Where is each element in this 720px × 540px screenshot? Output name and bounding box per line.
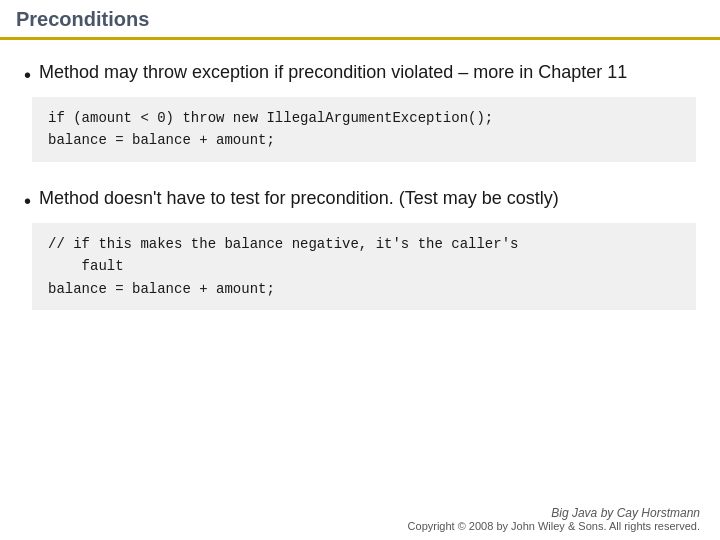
bullet-dot-2: • [24,187,31,215]
footer-line2: Copyright © 2008 by John Wiley & Sons. A… [20,520,700,532]
bullet-section-1: • Method may throw exception if precondi… [24,60,696,162]
bullet-heading-2: • Method doesn't have to test for precon… [24,186,696,215]
slide-header: Preconditions [0,0,720,40]
bullet-heading-1: • Method may throw exception if precondi… [24,60,696,89]
bullet-section-2: • Method doesn't have to test for precon… [24,186,696,310]
slide-footer: Big Java by Cay Horstmann Copyright © 20… [0,498,720,540]
bullet-text-1: Method may throw exception if preconditi… [39,60,627,85]
code-block-1: if (amount < 0) throw new IllegalArgumen… [32,97,696,162]
code-block-2: // if this makes the balance negative, i… [32,223,696,310]
slide-title: Preconditions [16,8,149,30]
footer-line1: Big Java by Cay Horstmann [20,506,700,520]
bullet-dot-1: • [24,61,31,89]
bullet-text-2: Method doesn't have to test for precondi… [39,186,559,211]
slide-content: • Method may throw exception if precondi… [0,40,720,498]
page: Preconditions • Method may throw excepti… [0,0,720,540]
